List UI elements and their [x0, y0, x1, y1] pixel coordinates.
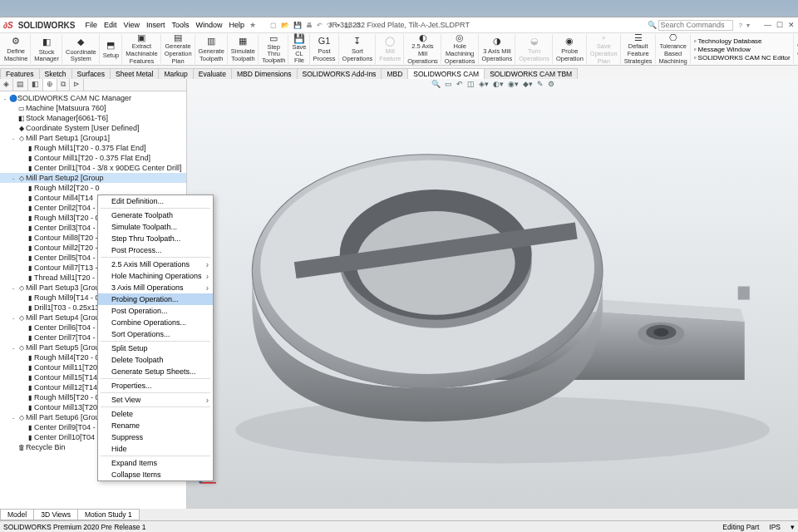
menu-tools[interactable]: Tools — [171, 21, 189, 29]
context-hole-machining-operations[interactable]: Hole Machining Operations — [98, 270, 213, 282]
ribbon-3ax-button[interactable]: ◑3 Axis MillOperations — [480, 34, 516, 64]
tree-node[interactable]: ◧ Stock Manager[6061-T6] — [0, 113, 186, 123]
menu-window[interactable]: Window — [195, 21, 222, 29]
context-expand-items[interactable]: Expand Items — [98, 457, 213, 469]
expand-icon[interactable]: - — [10, 175, 17, 182]
pane-tab-prop-icon[interactable]: ◧ — [28, 79, 43, 91]
context-edit-definition[interactable]: Edit Definition... — [98, 195, 213, 207]
cmd-tab-solidworks-cam[interactable]: SOLIDWORKS CAM — [407, 68, 485, 79]
expand-icon[interactable]: - — [10, 414, 17, 421]
pane-tab-cam2-icon[interactable]: ⧉ — [57, 79, 70, 91]
expand-icon[interactable]: - — [2, 95, 8, 102]
context-combine-operations[interactable]: Combine Operations... — [98, 317, 213, 328]
ribbon-side-solidworks-cam-nc-editor[interactable]: ▫SOLIDWORKS CAM NC Editor — [694, 54, 791, 62]
context-simulate-toolpath[interactable]: Simulate Toolpath... — [98, 221, 213, 233]
vt-zoomarea-icon[interactable]: ▭ — [444, 80, 453, 88]
ribbon-defstrat-button[interactable]: ☰DefaultFeatureStrategies — [622, 34, 656, 64]
tree-node[interactable]: -🔵 SOLIDWORKS CAM NC Manager — [0, 93, 186, 103]
tree-node[interactable]: ▮ Contour Mill1[T20 - 0.375 Flat End] — [0, 153, 186, 163]
menu-view[interactable]: View — [124, 21, 140, 29]
expand-icon[interactable]: - — [10, 135, 17, 142]
bottom-tab-motion-study-1[interactable]: Motion Study 1 — [77, 509, 140, 520]
context-split-setup[interactable]: Split Setup — [98, 342, 213, 354]
cmd-tab-solidworks-cam-tbm[interactable]: SOLIDWORKS CAM TBM — [484, 68, 578, 79]
cmd-tab-sketch[interactable]: Sketch — [39, 68, 72, 79]
help-dd-icon[interactable]: ▾ — [746, 22, 751, 29]
close-icon[interactable]: ✕ — [788, 21, 795, 29]
ribbon-sim-button[interactable]: ▦SimulateToolpath — [229, 34, 259, 64]
context-3-axis-mill-operations[interactable]: 3 Axis Mill Operations — [98, 282, 213, 293]
pane-tab-more-icon[interactable]: ⊳ — [70, 79, 84, 91]
qa-new-icon[interactable]: ▢ — [269, 22, 278, 29]
qa-print-icon[interactable]: 🖶 — [305, 22, 313, 29]
ribbon-probe-button[interactable]: ◉ProbeOperation — [554, 34, 587, 64]
vt-display-icon[interactable]: ◐▾ — [492, 80, 505, 88]
bottom-tab-model[interactable]: Model — [0, 509, 34, 520]
context-probing-operation[interactable]: Probing Operation... — [98, 293, 213, 305]
minimize-icon[interactable]: — — [764, 21, 771, 29]
ribbon-sortop-button[interactable]: ↧SortOperations — [340, 34, 377, 64]
cmd-tab-markup[interactable]: Markup — [158, 68, 193, 79]
context-step-thru-toolpath[interactable]: Step Thru Toolpath... — [98, 233, 213, 244]
context-post-operation[interactable]: Post Operation... — [98, 305, 213, 317]
expand-icon[interactable]: - — [10, 314, 17, 322]
vt-edit-icon[interactable]: ✎ — [536, 80, 544, 88]
expand-icon[interactable]: - — [10, 344, 17, 352]
ribbon-extract-button[interactable]: ▣ExtractMachinableFeatures — [123, 34, 160, 64]
viewport[interactable]: 🔍 ▭ ↶ ◫ ◈▾ ◐▾ ◉▾ ◆▾ ✎ ⚙ — [187, 79, 798, 509]
qa-open-icon[interactable]: 📂 — [280, 22, 290, 29]
context-hide[interactable]: Hide — [98, 443, 213, 455]
context-set-view[interactable]: Set View — [98, 394, 213, 406]
context-delete[interactable]: Delete — [98, 408, 213, 420]
cmd-tab-surfaces[interactable]: Surfaces — [71, 68, 111, 79]
ribbon-define-button[interactable]: ⚙DefineMachine — [2, 34, 31, 64]
vt-setting-icon[interactable]: ⚙ — [547, 80, 555, 88]
cmd-tab-mbd-dimensions[interactable]: MBD Dimensions — [231, 68, 298, 79]
cmd-tab-evaluate[interactable]: Evaluate — [193, 68, 232, 79]
tree-node[interactable]: ▮ Center Drill1[T04 - 3/8 x 90DEG Center… — [0, 163, 186, 173]
vt-zoomfit-icon[interactable]: 🔍 — [431, 80, 441, 88]
vt-scene-icon[interactable]: ◉▾ — [507, 80, 520, 88]
menu-file[interactable]: File — [86, 21, 98, 29]
context-2-5-axis-mill-operations[interactable]: 2.5 Axis Mill Operations — [98, 259, 213, 270]
help-icon[interactable]: ★ — [249, 21, 256, 29]
ribbon-tolm-button[interactable]: ⎔ToleranceBasedMachining — [657, 34, 691, 64]
vt-section-icon[interactable]: ◫ — [466, 80, 475, 88]
tree-node[interactable]: ◆ Coordinate System [User Defined] — [0, 123, 186, 133]
qa-save-icon[interactable]: 💾 — [293, 22, 303, 29]
context-collapse-items[interactable]: Collapse Items — [98, 469, 213, 480]
menu-edit[interactable]: Edit — [104, 21, 117, 29]
help-q-icon[interactable]: ? — [738, 22, 743, 29]
cmd-tab-mbd[interactable]: MBD — [381, 68, 408, 79]
ribbon-savecl-button[interactable]: 💾Save CL File — [289, 34, 309, 64]
ribbon-gentool-button[interactable]: ▥GenerateToolpath — [196, 34, 228, 64]
tree-node[interactable]: -◇ Mill Part Setup1 [Group1] — [0, 133, 186, 143]
context-generate-toolpath[interactable]: Generate Toolpath — [98, 209, 213, 221]
ribbon-setup-button[interactable]: ⬒Setup — [101, 34, 123, 64]
ribbon-side-message-window[interactable]: ▫Message Window — [694, 46, 791, 53]
tree-node[interactable]: ▭ Machine [Matsuura 760] — [0, 103, 186, 113]
cmd-tab-sheet-metal[interactable]: Sheet Metal — [110, 68, 159, 79]
vt-prevview-icon[interactable]: ↶ — [456, 80, 464, 88]
menu-insert[interactable]: Insert — [146, 21, 165, 29]
ribbon-25ax-button[interactable]: ◐2.5 AxisMillOperations — [405, 34, 441, 64]
cmd-tab-features[interactable]: Features — [0, 68, 40, 79]
vt-appearance-icon[interactable]: ◆▾ — [522, 80, 534, 88]
context-rename[interactable]: Rename — [98, 420, 213, 431]
ribbon-hole-button[interactable]: ◎HoleMachiningOperations — [442, 34, 479, 64]
pane-tab-cam-icon[interactable]: ⊕ — [43, 79, 57, 91]
expand-icon[interactable]: - — [10, 284, 17, 292]
ribbon-step-button[interactable]: ▭Step Thru Toolpath — [259, 34, 288, 64]
vt-orient-icon[interactable]: ◈▾ — [478, 80, 490, 88]
pane-tab-fm-icon[interactable]: ◈ — [0, 79, 13, 91]
ribbon-genplan-button[interactable]: ▤GenerateOperationPlan — [162, 34, 195, 64]
status-gear-icon[interactable]: ▾ — [791, 523, 795, 531]
pane-tab-cfg-icon[interactable]: ▤ — [13, 79, 28, 91]
tree-node[interactable]: -◇ Mill Part Setup2 [Group — [0, 173, 186, 183]
ribbon-post-button[interactable]: G1PostProcess — [311, 34, 339, 64]
ribbon-coord-button[interactable]: ◆Coordinate System — [63, 34, 100, 64]
tree-node[interactable]: ▮ Rough Mill2[T20 - 0 — [0, 183, 186, 193]
ribbon-stock-button[interactable]: ◧Stock Manager — [32, 34, 62, 64]
context-generate-setup-sheets[interactable]: Generate Setup Sheets... — [98, 366, 213, 377]
context-sort-operations[interactable]: Sort Operations... — [98, 328, 213, 340]
